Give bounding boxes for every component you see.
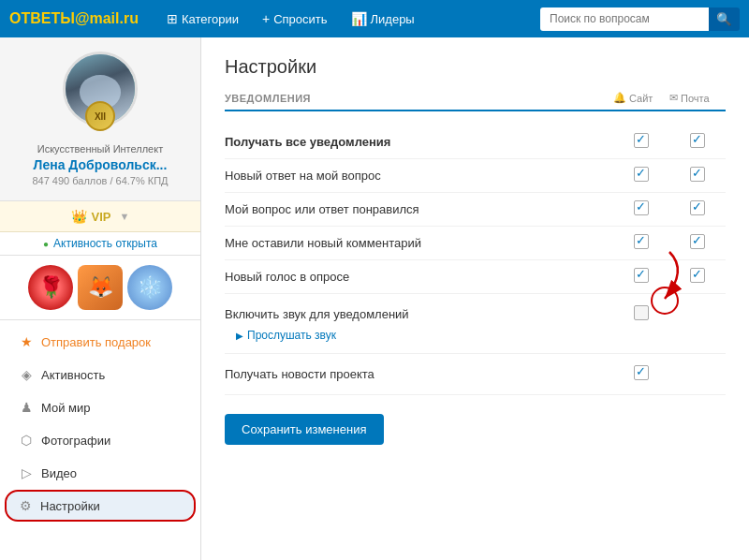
logo-text: ОТВЕТЫ bbox=[9, 10, 75, 26]
activity-icon: ◈ bbox=[19, 367, 34, 382]
vip-section: 👑 VIP ▼ bbox=[0, 201, 200, 232]
search-box: 🔍 bbox=[540, 7, 740, 31]
vip-label: VIP bbox=[92, 210, 111, 224]
sidebar-item-video[interactable]: ▷ Видео bbox=[5, 457, 196, 489]
notification-label: Новый ответ на мой вопрос bbox=[225, 169, 613, 183]
notification-row: Новый голос в опросе bbox=[225, 260, 726, 294]
myworld-icon: ♟ bbox=[19, 400, 34, 415]
news-checkbox[interactable] bbox=[634, 365, 649, 380]
grid-icon: ⊞ bbox=[167, 11, 178, 26]
nav-leaders[interactable]: 📊 Лидеры bbox=[342, 7, 424, 31]
sidebar-item-gift[interactable]: ★ Отправить подарок bbox=[5, 326, 196, 358]
sidebar-menu: ★ Отправить подарок ◈ Активность ♟ Мой м… bbox=[0, 320, 200, 527]
notification-site-col bbox=[613, 133, 669, 151]
site-checkbox[interactable] bbox=[634, 234, 649, 249]
news-checkbox-col bbox=[613, 365, 669, 383]
rank-badge: XII bbox=[85, 101, 115, 131]
avatar-container: XII bbox=[63, 52, 138, 126]
ask-label: Спросить bbox=[273, 12, 327, 26]
notification-row: Мне оставили новый комментарий bbox=[225, 227, 726, 260]
video-icon: ▷ bbox=[19, 465, 34, 480]
sidebar-item-label: Настройки bbox=[40, 499, 100, 513]
profile-rank: Искусственный Интеллект bbox=[9, 143, 191, 155]
notification-mail-col bbox=[669, 167, 726, 184]
mail-checkbox[interactable] bbox=[690, 234, 705, 249]
sidebar-item-label: Активность bbox=[41, 368, 105, 382]
nav-categories[interactable]: ⊞ Категории bbox=[157, 7, 248, 31]
sidebar-item-activity[interactable]: ◈ Активность bbox=[5, 359, 196, 391]
search-input[interactable] bbox=[540, 7, 709, 31]
badge-label: XII bbox=[95, 111, 106, 122]
mail-checkbox[interactable] bbox=[690, 200, 705, 215]
listen-link[interactable]: ▶ Прослушать звук bbox=[236, 329, 726, 342]
notification-label: Мне оставили новый комментарий bbox=[225, 236, 613, 250]
notification-label: Мой вопрос или ответ понравился bbox=[225, 202, 613, 216]
news-label: Получать новости проекта bbox=[225, 367, 613, 381]
notification-site-col bbox=[613, 200, 669, 218]
profile-section: XII Искусственный Интеллект Лена Доброво… bbox=[0, 37, 200, 201]
mail-checkbox[interactable] bbox=[690, 268, 705, 283]
sidebar-item-label: Мой мир bbox=[41, 401, 91, 415]
sound-row: Включить звук для уведомлений bbox=[225, 305, 726, 323]
save-button[interactable]: Сохранить изменения bbox=[225, 414, 384, 445]
leaders-label: Лидеры bbox=[371, 12, 415, 26]
notification-row: Новый ответ на мой вопрос bbox=[225, 159, 726, 193]
mail-icon: ✉ bbox=[669, 92, 678, 104]
main-content: Настройки УВЕДОМЛЕНИЯ 🔔 Сайт ✉ Почта Пол… bbox=[201, 37, 749, 560]
section-title: УВЕДОМЛЕНИЯ bbox=[225, 93, 613, 104]
sound-section: Включить звук для уведомлений ▶ Прослуша… bbox=[225, 294, 726, 354]
news-section: Получать новости проекта bbox=[225, 354, 726, 395]
notification-row: Мой вопрос или ответ понравился bbox=[225, 193, 726, 227]
notification-site-col bbox=[613, 234, 669, 252]
notification-label: Получать все уведомления bbox=[225, 135, 613, 149]
fox-badge: 🦊 bbox=[78, 265, 123, 310]
main-layout: XII Искусственный Интеллект Лена Доброво… bbox=[0, 37, 749, 560]
sidebar-item-label: Отправить подарок bbox=[41, 335, 151, 349]
col-mail-header: ✉ Почта bbox=[669, 92, 726, 104]
notification-mail-col bbox=[669, 200, 726, 218]
listen-arrow-icon: ▶ bbox=[236, 331, 243, 341]
sidebar-item-photos[interactable]: ⬡ Фотографии bbox=[5, 424, 196, 456]
col-site-header: 🔔 Сайт bbox=[613, 92, 669, 104]
sound-checkbox-col bbox=[613, 305, 669, 323]
logo[interactable]: ОТВЕТЫ@mail.ru bbox=[9, 10, 139, 27]
sidebar-item-myworld[interactable]: ♟ Мой мир bbox=[5, 391, 196, 423]
notification-site-col bbox=[613, 268, 669, 286]
site-checkbox[interactable] bbox=[634, 167, 649, 182]
activity-dot: ● bbox=[43, 239, 49, 249]
bell-icon: 🔔 bbox=[613, 92, 626, 104]
site-checkbox[interactable] bbox=[634, 268, 649, 283]
mail-checkbox[interactable] bbox=[690, 133, 705, 148]
site-checkbox[interactable] bbox=[634, 200, 649, 215]
notification-label: Новый голос в опросе bbox=[225, 270, 613, 284]
crown-icon: 👑 bbox=[71, 209, 87, 224]
notification-row: Получать все уведомления bbox=[225, 125, 726, 159]
nav-ask[interactable]: + Спросить bbox=[253, 7, 337, 31]
photos-icon: ⬡ bbox=[19, 433, 34, 448]
sidebar-item-label: Видео bbox=[41, 466, 77, 480]
settings-icon: ⚙ bbox=[18, 498, 33, 513]
top-navigation: ОТВЕТЫ@mail.ru ⊞ Категории + Спросить 📊 … bbox=[0, 0, 749, 37]
profile-name: Лена Добровольск... bbox=[9, 157, 191, 172]
gift-icon: ★ bbox=[19, 334, 34, 349]
sound-checkbox[interactable] bbox=[634, 305, 649, 320]
notification-mail-col bbox=[669, 133, 726, 151]
plus-icon: + bbox=[262, 11, 270, 26]
sound-label: Включить звук для уведомлений bbox=[225, 307, 613, 321]
notification-site-col bbox=[613, 167, 669, 184]
sidebar-item-settings[interactable]: ⚙ Настройки bbox=[5, 490, 196, 522]
activity-label: Активность открыта bbox=[53, 237, 157, 250]
chart-icon: 📊 bbox=[351, 11, 367, 26]
site-checkbox[interactable] bbox=[634, 133, 649, 148]
search-button[interactable]: 🔍 bbox=[709, 7, 740, 31]
categories-label: Категории bbox=[182, 12, 239, 26]
sidebar-item-label: Фотографии bbox=[41, 434, 110, 448]
notification-mail-col bbox=[669, 268, 726, 286]
vip-dropdown-icon[interactable]: ▼ bbox=[120, 211, 130, 222]
notification-mail-col bbox=[669, 234, 726, 252]
sidebar: XII Искусственный Интеллект Лена Доброво… bbox=[0, 37, 201, 560]
logo-mail: @mail.ru bbox=[75, 10, 139, 26]
profile-stats: 847 490 баллов / 64.7% КПД bbox=[9, 175, 191, 186]
mail-checkbox[interactable] bbox=[690, 167, 705, 182]
snowflake-badge: ❄️ bbox=[127, 265, 172, 310]
